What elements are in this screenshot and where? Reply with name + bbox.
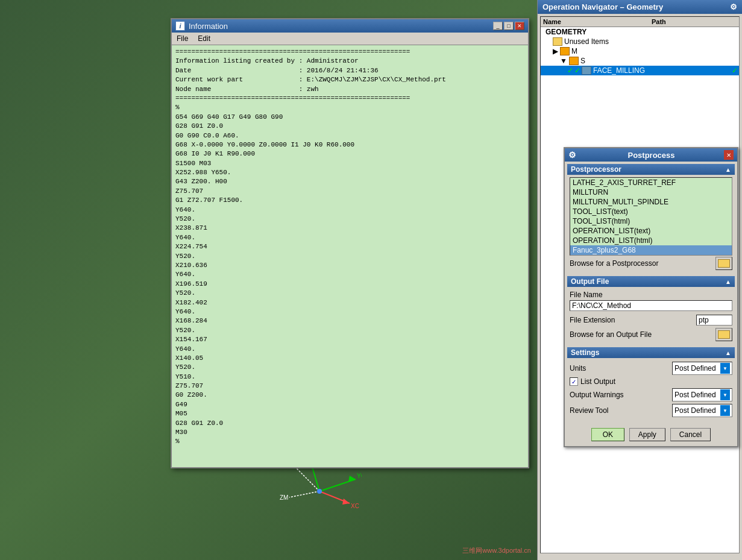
information-window: i Information _ □ ✕ File Edit ==========…: [171, 18, 529, 468]
browse-output-button[interactable]: [715, 328, 732, 341]
postprocessor-section-label: Postprocessor: [571, 165, 621, 174]
output-file-chevron-icon[interactable]: ▲: [725, 278, 731, 285]
output-warnings-row: Output Warnings Post Defined ▼: [570, 387, 732, 403]
unused-label: Unused Items: [564, 37, 609, 46]
units-label: Units: [570, 364, 586, 373]
cancel-button[interactable]: Cancel: [670, 428, 711, 441]
pp-item-oplist-text[interactable]: OPERATION_LIST(text): [570, 226, 732, 236]
nav-settings-icon[interactable]: ⚙: [730, 2, 737, 11]
postprocessor-chevron-icon[interactable]: ▲: [725, 166, 731, 173]
postprocess-title: Postprocess: [627, 151, 674, 160]
info-window-controls: _ □ ✕: [493, 22, 524, 30]
review-tool-value: Post Defined: [674, 406, 716, 415]
postprocessor-section: Postprocessor ▲ LATHE_2_AXIS_TURRET_REF …: [567, 164, 735, 274]
nav-tree-body: GEOMETRY Unused Items ▶ M ▼ S: [541, 27, 739, 87]
browse-output-row: Browse for an Output File: [570, 327, 732, 342]
postprocess-close-button[interactable]: ✕: [724, 150, 734, 160]
tree-item-face-milling[interactable]: ✓ ✓ FACE_MILLING ✓: [541, 66, 739, 75]
folder-icon-unused: [553, 37, 562, 46]
list-output-label: List Output: [580, 377, 615, 386]
browse-output-label: Browse for an Output File: [570, 330, 652, 339]
info-icon: i: [175, 21, 185, 31]
list-output-row: ✓ List Output: [570, 376, 732, 387]
info-content[interactable]: ========================================…: [172, 45, 528, 467]
menu-edit[interactable]: Edit: [195, 34, 213, 43]
output-file-label: Output File: [571, 277, 609, 286]
info-titlebar: i Information _ □ ✕: [172, 19, 528, 33]
info-close-button[interactable]: ✕: [515, 22, 524, 30]
postprocess-titlebar: ⚙ Postprocess ✕: [565, 148, 737, 162]
info-title: Information: [189, 22, 228, 31]
list-output-checkbox[interactable]: ✓: [570, 377, 578, 386]
output-file-section-body: File Name File Extension Browse for an O…: [567, 287, 735, 345]
apply-button[interactable]: Apply: [629, 428, 665, 441]
ok-button[interactable]: OK: [591, 428, 624, 441]
tree-item-m[interactable]: ▶ M: [541, 46, 739, 56]
units-row: Units Post Defined ▼: [570, 360, 732, 376]
tree-item-geometry[interactable]: GEOMETRY: [541, 27, 739, 37]
col-name: Name: [543, 18, 652, 25]
nav-panel-title: Operation Navigator – Geometry: [542, 2, 663, 11]
browse-postprocessor-button[interactable]: [715, 257, 732, 270]
col-path: Path: [652, 18, 666, 25]
m-label: M: [571, 47, 577, 55]
file-name-label: File Name: [570, 291, 603, 299]
pp-item-millturn[interactable]: MILLTURN: [570, 187, 732, 197]
file-name-input[interactable]: [570, 300, 732, 311]
watermark: 三维网www.3dportal.cn: [462, 546, 531, 555]
dialog-buttons-row: OK Apply Cancel: [565, 423, 737, 446]
check-icon-2: ✓: [574, 66, 580, 75]
expand-s: ▼: [560, 57, 567, 65]
minimize-button[interactable]: _: [493, 22, 503, 30]
menu-file[interactable]: File: [174, 34, 190, 43]
review-tool-arrow[interactable]: ▼: [720, 405, 730, 416]
pp-item-fanuc[interactable]: Fanuc_3plus2_G68: [570, 245, 732, 255]
output-warnings-value: Post Defined: [674, 391, 716, 399]
nav-tree-header: Name Path: [541, 17, 739, 27]
tree-item-unused[interactable]: Unused Items: [541, 37, 739, 46]
units-dropdown[interactable]: Post Defined ▼: [672, 362, 732, 375]
settings-chevron-icon[interactable]: ▲: [725, 350, 731, 356]
maximize-button[interactable]: □: [504, 22, 514, 30]
units-dropdown-arrow[interactable]: ▼: [720, 363, 730, 374]
postprocessor-list[interactable]: LATHE_2_AXIS_TURRET_REF MILLTURN MILLTUR…: [570, 177, 732, 256]
pp-item-millturn-multi[interactable]: MILLTURN_MULTI_SPINDLE: [570, 197, 732, 207]
review-tool-row: Review Tool Post Defined ▼: [570, 403, 732, 418]
svg-text:ZM: ZM: [280, 494, 288, 501]
check-icon-1: ✓: [567, 66, 573, 75]
watermark-text: 三维网www.3dportal.cn: [462, 547, 531, 554]
svg-text:XC: XC: [351, 503, 359, 509]
op-icon-face-milling: [582, 66, 591, 75]
geometry-label: GEOMETRY: [545, 28, 586, 36]
settings-section-body: Units Post Defined ▼ ✓ List Output Outpu…: [567, 358, 735, 421]
output-warnings-label: Output Warnings: [570, 391, 624, 399]
browse-postprocessor-label: Browse for a Postprocessor: [570, 259, 658, 268]
pp-item-toollist-text[interactable]: TOOL_LIST(text): [570, 207, 732, 216]
output-warnings-dropdown[interactable]: Post Defined ▼: [672, 388, 732, 401]
output-warnings-arrow[interactable]: ▼: [720, 389, 730, 400]
face-milling-label: FACE_MILLING: [593, 66, 645, 75]
tree-item-s[interactable]: ▼ S: [541, 56, 739, 66]
folder-browse-icon: [718, 259, 730, 268]
file-ext-label: File Extension: [570, 316, 615, 324]
postprocessor-list-container: LATHE_2_AXIS_TURRET_REF MILLTURN MILLTUR…: [570, 177, 732, 256]
info-menubar: File Edit: [172, 33, 528, 45]
postprocessor-section-body: LATHE_2_AXIS_TURRET_REF MILLTURN MILLTUR…: [567, 175, 735, 274]
pp-item-toollist-html[interactable]: TOOL_LIST(html): [570, 216, 732, 226]
file-ext-row: File Extension: [570, 313, 732, 327]
svg-line-7: [289, 491, 319, 497]
nav-panel-header: Operation Navigator – Geometry ⚙: [538, 0, 742, 14]
file-ext-input[interactable]: [696, 315, 732, 326]
expand-m: ▶: [553, 47, 558, 55]
machine-icon-m: [560, 47, 570, 55]
review-tool-label: Review Tool: [570, 406, 608, 415]
review-tool-dropdown[interactable]: Post Defined ▼: [672, 404, 732, 417]
pp-item-oplist-html[interactable]: OPERATION_LIST(html): [570, 236, 732, 245]
output-file-section: Output File ▲ File Name File Extension B…: [567, 276, 735, 345]
units-value: Post Defined: [674, 364, 716, 373]
output-file-section-header: Output File ▲: [567, 276, 735, 287]
face-milling-checkmark: ✓: [732, 66, 738, 75]
pp-item-lathe[interactable]: LATHE_2_AXIS_TURRET_REF: [570, 178, 732, 187]
postprocessor-section-header: Postprocessor ▲: [567, 164, 735, 175]
s-label: S: [580, 57, 585, 65]
